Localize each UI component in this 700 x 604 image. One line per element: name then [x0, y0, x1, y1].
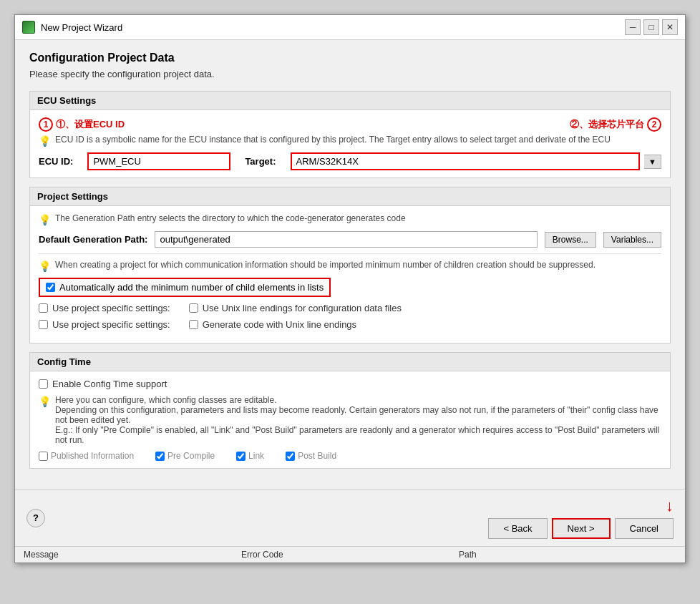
gen-code-unix-checkbox[interactable]: [189, 320, 198, 329]
unix-line-endings-label: Use Unix line endings for configuration …: [203, 303, 402, 313]
annotation-1-text: ①、设置ECU ID: [56, 118, 125, 131]
config-time-info-row: 💡 Here you can configure, which config c…: [39, 395, 661, 445]
project-settings-body: 💡 The Generation Path entry selects the …: [30, 206, 670, 343]
bottom-right-wrapper: ↓ < Back Next > Cancel: [488, 497, 674, 539]
ecu-settings-header: ECU Settings: [30, 92, 670, 110]
bottom-bar: ? ↓ < Back Next > Cancel: [15, 489, 685, 546]
browse-button[interactable]: Browse...: [545, 232, 596, 248]
status-path: Path: [459, 550, 676, 560]
status-error-code: Error Code: [241, 550, 459, 560]
enable-config-time-row: Enable Config Time support: [39, 379, 661, 389]
auto-add-row: Automatically add the minimum number of …: [39, 278, 331, 297]
published-info-label: Published Information: [51, 451, 134, 461]
published-info-checkbox[interactable]: [39, 452, 48, 461]
proj-info2-text: When creating a project for which commun…: [55, 260, 596, 270]
gen-path-row: Default Generation Path: Browse... Varia…: [39, 231, 661, 248]
minimize-button[interactable]: ─: [625, 19, 641, 35]
use-project-specific-2-checkbox[interactable]: [39, 320, 48, 329]
unix-line-endings-checkbox[interactable]: [189, 303, 198, 313]
project-settings-header: Project Settings: [30, 187, 670, 206]
title-bar-left: New Project Wizard: [22, 21, 122, 34]
variables-button[interactable]: Variables...: [603, 232, 661, 248]
window-title: New Project Wizard: [41, 22, 122, 33]
cancel-button[interactable]: Cancel: [615, 518, 674, 539]
ecu-info-row: 💡 ECU ID is a symbolic name for the ECU …: [39, 135, 661, 147]
auto-add-label: Automatically add the minimum number of …: [59, 282, 324, 293]
target-input[interactable]: [291, 152, 641, 170]
ecu-settings-body: 1 ①、设置ECU ID ②、选择芯片平台 2 💡 ECU ID is a sy…: [30, 110, 670, 177]
pre-compile-checkbox[interactable]: [155, 452, 165, 461]
bottom-right-buttons: < Back Next > Cancel: [488, 518, 674, 539]
app-icon: [22, 21, 35, 34]
close-button[interactable]: ✕: [662, 19, 678, 35]
use-project-specific-2-label: Use project specific settings:: [52, 319, 170, 330]
status-message: Message: [24, 550, 241, 560]
enable-config-time-checkbox[interactable]: [39, 379, 48, 389]
ecu-settings-section: ECU Settings 1 ①、设置ECU ID ②、选择芯片平台 2 💡 E…: [29, 91, 671, 178]
main-window: New Project Wizard ─ □ ✕ Configuration P…: [14, 14, 686, 563]
circled-2: 2: [647, 117, 661, 132]
config-time-header: Config Time: [30, 353, 670, 371]
pre-compile-label: Pre Compile: [167, 451, 215, 461]
config-checkboxes-row: Published Information Pre Compile Link P…: [39, 451, 661, 461]
gen-path-label: Default Generation Path:: [39, 234, 147, 245]
post-build-item: Post Build: [286, 451, 336, 461]
use-project-specific-1-label: Use project specific settings:: [52, 303, 170, 313]
page-subtitle: Please specify the configuration project…: [29, 69, 671, 79]
link-item: Link: [236, 451, 264, 461]
gen-code-unix-label: Generate code with Unix line endings: [203, 319, 356, 330]
target-dropdown-arrow[interactable]: ▼: [644, 155, 661, 169]
proj-info2-row: 💡 When creating a project for which comm…: [39, 260, 661, 272]
proj-info-row: 💡 The Generation Path entry selects the …: [39, 213, 661, 225]
config-time-section: Config Time Enable Config Time support 💡…: [29, 352, 671, 469]
ecu-info-text: ECU ID is a symbolic name for the ECU in…: [55, 135, 611, 145]
link-label: Link: [248, 451, 264, 461]
annotation-row: 1 ①、设置ECU ID ②、选择芯片平台 2: [39, 117, 661, 135]
use-project-specific-1-checkbox[interactable]: [39, 303, 48, 313]
proj-info-text: The Generation Path entry selects the di…: [55, 213, 406, 223]
target-select-wrapper: ▼: [291, 152, 662, 170]
info-icon-proj: 💡: [39, 214, 51, 225]
post-build-checkbox[interactable]: [286, 452, 295, 461]
auto-add-checkbox[interactable]: [46, 283, 55, 292]
ecu-id-input[interactable]: [87, 152, 230, 170]
link-checkbox[interactable]: [236, 452, 246, 461]
annotation-2: ②、选择芯片平台 2: [570, 117, 661, 132]
config-time-info-text: Here you can configure, which config cla…: [55, 395, 661, 445]
project-settings-section: Project Settings 💡 The Generation Path e…: [29, 187, 671, 344]
window-content: Configuration Project Data Please specif…: [15, 40, 685, 489]
ecu-id-label: ECU ID:: [39, 156, 73, 167]
info-icon-proj2: 💡: [39, 260, 51, 272]
next-arrow: ↓: [666, 497, 674, 515]
help-button[interactable]: ?: [26, 509, 45, 527]
annotation-1: 1 ①、设置ECU ID: [39, 117, 125, 132]
title-bar: New Project Wizard ─ □ ✕: [15, 15, 685, 40]
unix-endings-row2: Use project specific settings: Generate …: [39, 319, 661, 330]
maximize-button[interactable]: □: [643, 19, 659, 35]
gen-path-input[interactable]: [155, 231, 537, 248]
circled-1: 1: [39, 117, 53, 132]
back-button[interactable]: < Back: [488, 518, 547, 539]
published-info-item: Published Information: [39, 451, 134, 461]
pre-compile-item: Pre Compile: [155, 451, 215, 461]
config-time-body: Enable Config Time support 💡 Here you ca…: [30, 371, 670, 468]
info-icon-config: 💡: [39, 396, 51, 407]
ecu-target-row: ECU ID: Target: ▼: [39, 152, 661, 170]
page-title: Configuration Project Data: [29, 52, 671, 64]
annotation-2-text: ②、选择芯片平台: [570, 118, 644, 131]
unix-endings-row1: Use project specific settings: Use Unix …: [39, 303, 661, 313]
enable-config-time-label: Enable Config Time support: [52, 379, 167, 389]
target-label: Target:: [245, 156, 276, 167]
status-bar: Message Error Code Path: [15, 546, 685, 562]
next-button[interactable]: Next >: [552, 518, 611, 539]
info-icon-ecu: 💡: [39, 135, 51, 147]
post-build-label: Post Build: [298, 451, 336, 461]
title-bar-controls: ─ □ ✕: [625, 19, 678, 35]
